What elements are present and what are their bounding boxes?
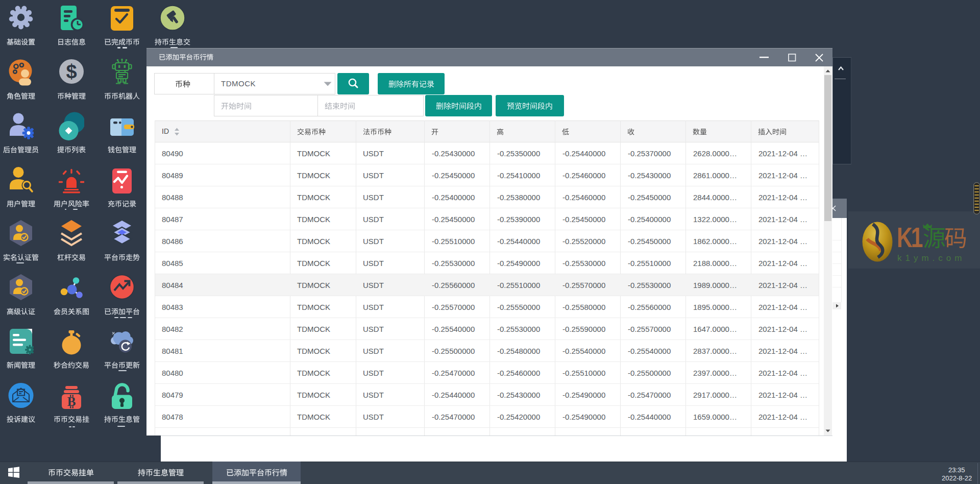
svg-text:B: B [67,395,76,408]
svg-text:$: $ [66,61,77,82]
